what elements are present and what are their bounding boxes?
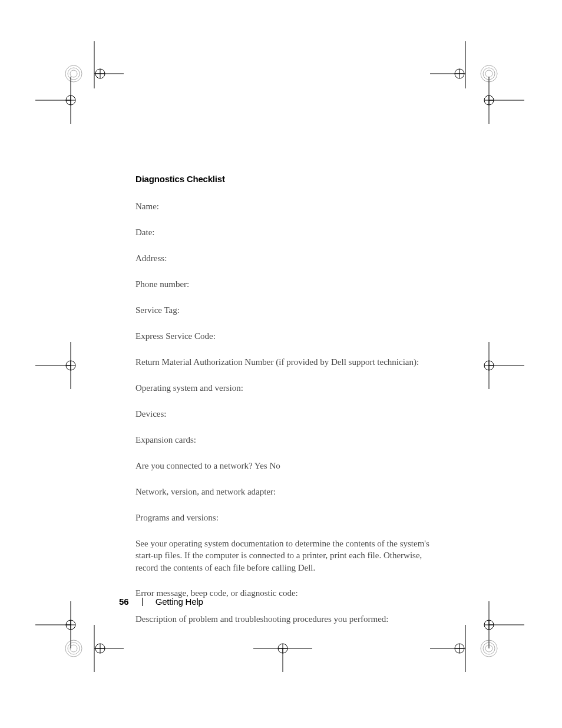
svg-point-0 [65,65,82,82]
svg-point-38 [66,620,75,630]
svg-point-15 [455,69,464,78]
svg-point-56 [484,620,494,630]
checklist-field: Expansion cards: [135,434,442,446]
crop-mark-icon [430,625,524,672]
svg-point-42 [68,643,80,654]
checklist-field: Devices: [135,408,442,420]
checklist-field: Phone number: [135,278,442,291]
page-footer: 56 Getting Help [119,597,203,607]
checklist-field: Description of problem and troubleshooti… [135,613,442,625]
svg-point-5 [95,69,105,78]
svg-point-65 [483,643,495,654]
svg-point-28 [66,361,75,370]
checklist-field: Network, version, and network adapter: [135,486,442,498]
crop-mark-icon [35,601,94,648]
crop-mark-icon [41,41,124,88]
svg-point-64 [481,640,497,657]
svg-point-20 [485,70,492,77]
svg-point-46 [95,644,105,653]
checklist-field: Date: [135,226,442,239]
checklist-field: Service Tag: [135,304,442,317]
svg-point-43 [70,645,77,652]
svg-point-23 [484,95,494,105]
checklist-field: Are you connected to a network? Yes No [135,460,442,472]
checklist-field: Operating system and version: [135,382,442,394]
crop-mark-icon [41,625,124,672]
crop-mark-icon [35,77,94,124]
checklist-field: Programs and versions: [135,512,442,524]
svg-point-19 [483,68,495,80]
svg-point-10 [66,95,75,105]
checklist-field: Express Service Code: [135,330,442,342]
svg-point-41 [65,640,82,657]
checklist-field: Address: [135,252,442,265]
page-content: Diagnostics Checklist Name: Date: Addres… [135,174,442,639]
svg-point-51 [278,644,287,653]
svg-point-33 [484,361,494,370]
svg-point-2 [70,70,77,77]
crop-mark-icon [465,342,524,389]
crop-mark-icon [465,77,524,124]
checklist-paragraph: See your operating system documentation … [135,538,442,574]
checklist-heading: Diagnostics Checklist [135,174,442,184]
footer-separator [142,598,143,606]
crop-mark-icon [35,342,94,389]
crop-mark-icon [465,601,524,648]
section-title: Getting Help [156,597,203,607]
svg-point-66 [485,645,492,652]
page-number: 56 [119,597,129,607]
checklist-field: Return Material Authorization Number (if… [135,356,442,368]
crop-mark-icon [430,41,524,88]
checklist-field: Name: [135,200,442,213]
svg-point-61 [455,644,464,653]
svg-point-1 [68,68,80,80]
svg-point-18 [481,65,497,82]
